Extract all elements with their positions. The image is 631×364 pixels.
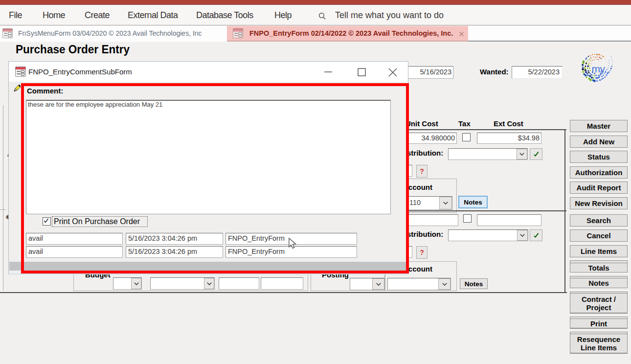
svg-text:my: my — [592, 63, 606, 74]
